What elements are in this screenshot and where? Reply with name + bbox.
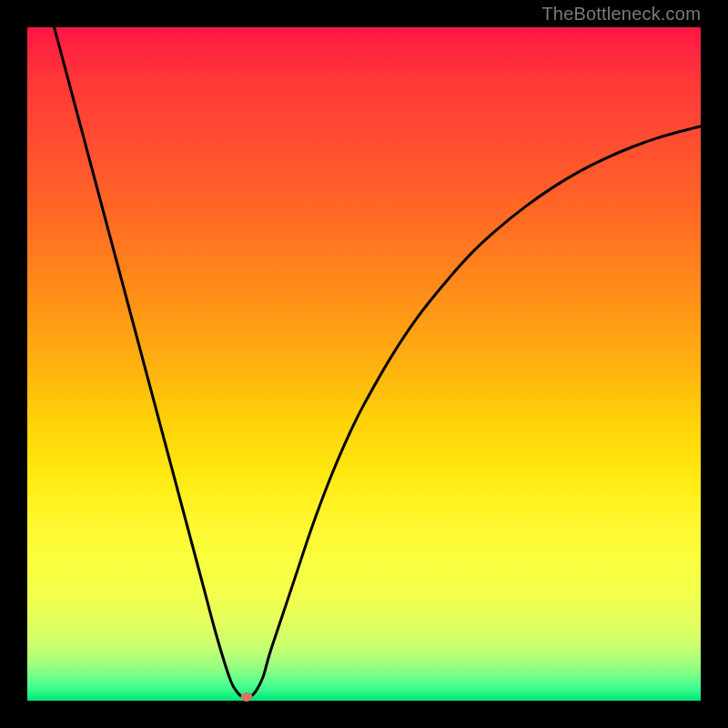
bottleneck-chart: TheBottleneck.com bbox=[0, 0, 728, 728]
bottleneck-curve-path bbox=[55, 27, 701, 698]
watermark-text: TheBottleneck.com bbox=[541, 4, 701, 25]
optimal-point-marker bbox=[240, 693, 252, 702]
plot-area bbox=[27, 27, 701, 701]
curve-svg bbox=[27, 27, 701, 701]
